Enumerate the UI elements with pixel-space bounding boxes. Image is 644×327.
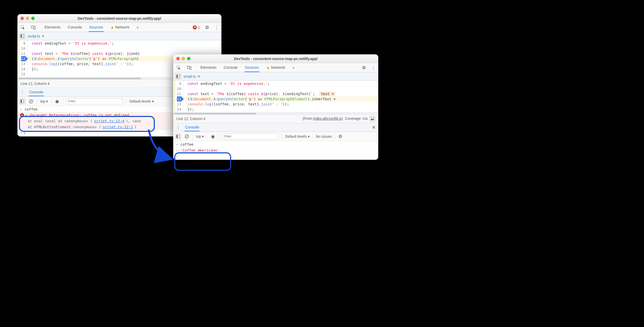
device-toolbar-icon[interactable] — [31, 25, 36, 30]
file-tab-label: script.ts — [28, 34, 40, 38]
gutter-line-current: 12 — [21, 56, 25, 61]
titlebar[interactable]: DevTools - consistent-source-map-pc.netl… — [173, 54, 378, 63]
inspect-element-icon[interactable] — [20, 25, 26, 30]
tab-network[interactable]: ▲ Network — [110, 23, 130, 32]
gutter-warning-strip — [18, 40, 20, 77]
console-filter-input[interactable] — [222, 133, 279, 140]
drawer-close-icon[interactable]: ✕ — [372, 125, 376, 130]
error-counter[interactable]: ✕ 1 — [193, 25, 200, 29]
console-sidebar-toggle-icon[interactable] — [19, 98, 25, 104]
tab-sources[interactable]: Sources — [89, 23, 104, 32]
object-chip-icon — [213, 97, 217, 101]
cursor-position: Line 12, Column 4 — [176, 117, 206, 121]
tab-elements[interactable]: Elements — [200, 63, 217, 72]
console-body[interactable]: › coffee ‹· 'Coffee Americano' › — [173, 141, 378, 160]
window-title: DevTools - consistent-source-map-pc.netl… — [173, 57, 378, 61]
panel-tabs: Elements Console Sources ▲ Network » — [200, 63, 357, 72]
svg-rect-13 — [177, 75, 178, 78]
tab-elements[interactable]: Elements — [44, 23, 61, 32]
kebab-menu-icon[interactable]: ⋮ — [214, 25, 219, 30]
prompt-chevron-icon: › — [20, 131, 23, 135]
expand-caret-icon[interactable]: ▸ — [26, 113, 28, 117]
navigator-toggle-icon[interactable] — [175, 74, 181, 79]
context-selector[interactable]: top ▾ — [196, 134, 204, 138]
kebab-menu-icon[interactable]: ⋮ — [371, 65, 376, 71]
file-tab-bar: script.ts ✕ — [173, 72, 378, 81]
console-input-row: › coffee — [173, 142, 378, 147]
gutter-line: 11 — [177, 91, 181, 96]
live-expression-icon[interactable]: ◉ — [210, 134, 216, 139]
close-file-tab-icon[interactable]: ✕ — [197, 74, 200, 78]
clear-console-icon[interactable] — [184, 134, 190, 139]
tab-network[interactable]: ▲ Network — [266, 63, 286, 72]
status-right: (From index.a8c1ec6b.js) Coverage: n/a — [303, 116, 375, 122]
gutter-line: 11 — [21, 51, 25, 56]
svg-rect-4 — [21, 35, 22, 38]
tab-overflow[interactable]: » — [292, 63, 295, 72]
inline-value-pill: text = — [319, 92, 335, 96]
coverage-label: Coverage: n/a — [345, 116, 367, 121]
code-editor[interactable]: 9 10 11 12 13 14 const endingText = 'It … — [173, 81, 378, 112]
settings-gear-icon[interactable]: ⚙ — [362, 65, 366, 71]
gutter-line: 13 — [177, 102, 181, 107]
cursor-position: Line 12, Column 4 — [21, 82, 50, 86]
close-file-tab-icon[interactable]: ✕ — [42, 34, 45, 38]
chevron-down-icon: ▾ — [46, 99, 48, 103]
gutter-line: 13 — [21, 61, 25, 66]
settings-gear-icon[interactable]: ⚙ — [205, 25, 209, 30]
main-toolbar: Elements Console Sources ▲ Network » ⚙ ⋮ — [173, 63, 378, 72]
stack-link[interactable]: script.ts:12:1 — [103, 125, 133, 129]
annotation-arrow-icon — [144, 123, 185, 169]
drawer-tab-console[interactable]: Console — [29, 88, 44, 96]
clear-console-icon[interactable] — [28, 98, 34, 104]
navigator-toggle-icon[interactable] — [19, 33, 25, 39]
tab-overflow[interactable]: » — [136, 23, 139, 32]
console-settings-gear-icon[interactable]: ⚙ — [338, 134, 342, 139]
coverage-toggle-icon[interactable] — [370, 116, 375, 122]
console-filter-input[interactable] — [66, 98, 123, 104]
svg-line-8 — [30, 100, 32, 103]
code-area[interactable]: const endingText = 'It is expensive.'; c… — [183, 81, 378, 112]
tab-console[interactable]: Console — [223, 63, 238, 72]
chevron-down-icon: ▾ — [152, 99, 154, 103]
titlebar[interactable]: DevTools - consistent-source-map-pc.netl… — [17, 14, 221, 23]
file-tab-script[interactable]: script.ts ✕ — [28, 34, 45, 38]
gutter-warning-strip — [174, 81, 176, 112]
svg-rect-11 — [190, 67, 191, 70]
gutter-line: 10 — [21, 46, 25, 51]
drawer-header: ⋮ Console ✕ — [173, 123, 378, 132]
gutter-line: 9 — [21, 41, 25, 46]
svg-rect-15 — [371, 119, 374, 120]
drawer-kebab-icon[interactable]: ⋮ — [20, 90, 25, 95]
warning-triangle-icon: ▲ — [110, 25, 114, 29]
console-prompt-row[interactable]: › — [173, 153, 378, 159]
window-title: DevTools - consistent-source-map-pc.netl… — [17, 16, 221, 21]
object-chip-icon — [34, 57, 37, 61]
file-tab-script[interactable]: script.ts ✕ — [183, 74, 200, 78]
error-circle-icon: ✕ — [20, 113, 24, 117]
gutter-line-current: 12 — [177, 96, 181, 102]
gutter-line: 14 — [177, 107, 181, 112]
svg-rect-2 — [34, 27, 35, 29]
stack-link[interactable]: script.ts:12:4 — [94, 119, 124, 123]
tab-console[interactable]: Console — [67, 23, 83, 32]
gutter-line: 10 — [177, 86, 181, 91]
editor-horizontal-scrollbar[interactable] — [173, 112, 378, 114]
live-expression-icon[interactable]: ◉ — [54, 98, 60, 104]
console-toolbar: top ▾ ◉ Default levels ▾ No Issues ⚙ — [173, 132, 378, 141]
editor-statusbar: Line 12, Column 4 (From index.a8c1ec6b.j… — [173, 114, 378, 123]
context-selector[interactable]: top ▾ — [40, 99, 48, 103]
devtools-window-right: DevTools - consistent-source-map-pc.netl… — [173, 54, 378, 160]
no-issues-label[interactable]: No Issues — [316, 134, 332, 138]
object-chip-icon — [57, 57, 61, 61]
tab-sources[interactable]: Sources — [244, 63, 260, 72]
gutter-line: 15 — [21, 72, 25, 77]
svg-line-19 — [186, 135, 188, 138]
sourcemap-link[interactable]: index.a8c1ec6b.js — [313, 116, 342, 121]
log-levels-selector[interactable]: Default levels ▾ — [129, 99, 154, 103]
console-input-text: coffee — [25, 107, 38, 111]
device-toolbar-icon[interactable] — [187, 65, 192, 71]
log-levels-selector[interactable]: Default levels ▾ — [285, 134, 309, 138]
drawer-tab-console[interactable]: Console — [185, 123, 200, 131]
inspect-element-icon[interactable] — [176, 65, 181, 71]
